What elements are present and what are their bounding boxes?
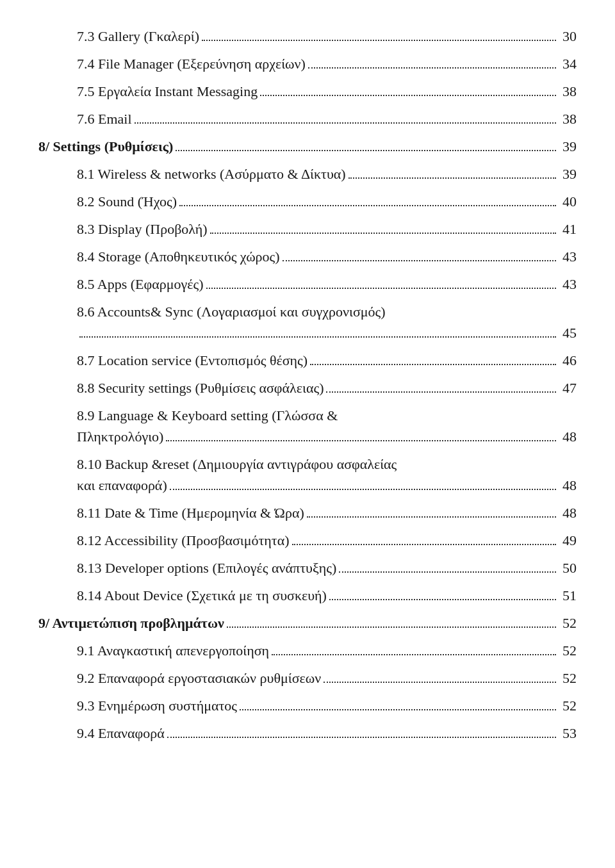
toc-label-7-4: 7.4 File Manager (Εξερεύνηση αρχείων): [77, 53, 306, 74]
toc-label-9-4: 9.4 Επαναφορά: [77, 723, 165, 744]
toc-label-9-3: 9.3 Ενημέρωση συστήματος: [77, 695, 237, 716]
toc-label-8-5: 8.5 Apps (Εφαρμογές): [77, 274, 204, 295]
toc-entry-8-4: 8.4 Storage (Αποθηκευτικός χώρος) 43: [38, 246, 577, 267]
toc-entry-9-3: 9.3 Ενημέρωση συστήματος 52: [38, 695, 577, 716]
toc-page-8-10: 48: [559, 475, 577, 496]
toc-entry-9: 9/ Αντιμετώπιση προβλημάτων 52: [38, 612, 577, 634]
toc-page-8-4: 43: [559, 246, 577, 267]
toc-page-8-14: 51: [559, 585, 577, 606]
toc-label-8-2: 8.2 Sound (Ήχος): [77, 191, 177, 212]
toc-dots-8-2: [179, 205, 556, 206]
toc-label-8-13: 8.13 Developer options (Επιλογές ανάπτυξ…: [77, 557, 336, 578]
toc-label-8-11: 8.11 Date & Time (Ημερομηνία & Ώρα): [77, 502, 304, 523]
toc-dots-8-5: [206, 288, 557, 289]
toc-page-8-12: 49: [559, 530, 577, 551]
toc-dots-8-8: [326, 391, 556, 393]
toc-entry-8-3: 8.3 Display (Προβολή) 41: [38, 218, 577, 240]
toc-entry-8: 8/ Settings (Ρυθμίσεις) 39: [38, 136, 577, 157]
toc-page-8-11: 48: [559, 502, 577, 523]
toc-row-8-9-line2: Πληκτρολόγιο) 48: [77, 426, 577, 447]
toc-page-8-9: 48: [559, 426, 577, 447]
toc-dots-8-9: [166, 440, 556, 441]
toc-dots-7-3: [202, 40, 556, 41]
toc-label-8-7: 8.7 Location service (Εντοπισμός θέσης): [77, 350, 308, 371]
toc-dots-9: [227, 626, 556, 628]
toc-dots-8-3: [210, 233, 556, 234]
toc-label-7-5: 7.5 Εργαλεία Instant Messaging: [77, 81, 258, 102]
toc-entry-9-1: 9.1 Αναγκαστική απενεργοποίηση 52: [38, 640, 577, 661]
toc-page-7-3: 30: [559, 26, 577, 47]
toc-label-8: 8/ Settings (Ρυθμίσεις): [38, 136, 173, 157]
toc-page-9-2: 52: [559, 667, 577, 689]
toc-label-8-3: 8.3 Display (Προβολή): [77, 218, 208, 240]
toc-label-7-6: 7.6 Email: [77, 108, 132, 129]
toc-dots-8-1: [348, 177, 556, 179]
toc-entry-7-3: 7.3 Gallery (Γκαλερί) 30: [38, 26, 577, 47]
toc-dots-7-5: [260, 95, 556, 96]
toc-page-9-4: 53: [559, 723, 577, 744]
toc-entry-9-2: 9.2 Επαναφορά εργοστασιακών ρυθμίσεων 52: [38, 667, 577, 689]
toc-row-8-10-line1: 8.10 Backup &reset (Δημιουργία αντιγράφο…: [77, 454, 577, 475]
toc-entry-8-1: 8.1 Wireless & networks (Ασύρματο & Δίκτ…: [38, 163, 577, 184]
toc-dots-8-10: [170, 489, 556, 490]
toc-label-8-14: 8.14 About Device (Σχετικά με τη συσκευή…: [77, 585, 327, 606]
toc-dots-9-1: [272, 654, 556, 655]
toc-page-8-3: 41: [559, 218, 577, 240]
toc-entry-8-5: 8.5 Apps (Εφαρμογές) 43: [38, 274, 577, 295]
toc-container: 7.3 Gallery (Γκαλερί) 30 7.4 File Manage…: [38, 26, 577, 744]
toc-row-8-10-line2: και επαναφορά) 48: [77, 475, 577, 496]
toc-dots-8-14: [329, 599, 556, 600]
toc-entry-8-6: 8.6 Accounts& Sync (Λογαριασμοί και συγχ…: [38, 301, 577, 343]
toc-dots-8-12: [292, 544, 556, 545]
toc-page-8-13: 50: [559, 557, 577, 578]
toc-label-8-9-line2: Πληκτρολόγιο): [77, 426, 163, 447]
toc-entry-7-4: 7.4 File Manager (Εξερεύνηση αρχείων) 34: [38, 53, 577, 74]
toc-entry-8-10: 8.10 Backup &reset (Δημιουργία αντιγράφο…: [38, 454, 577, 496]
toc-label-7-3: 7.3 Gallery (Γκαλερί): [77, 26, 199, 47]
toc-label-8-1: 8.1 Wireless & networks (Ασύρματο & Δίκτ…: [77, 163, 346, 184]
toc-dots-9-4: [167, 737, 556, 738]
toc-dots-8-11: [307, 516, 556, 518]
toc-label-8-6-line1: 8.6 Accounts& Sync (Λογαριασμοί και συγχ…: [77, 301, 386, 322]
toc-dots-8: [176, 150, 556, 151]
toc-row-8-6-line2: 45: [77, 322, 577, 343]
toc-label-9-2: 9.2 Επαναφορά εργοστασιακών ρυθμίσεων: [77, 667, 321, 689]
toc-page-8-7: 46: [559, 350, 577, 371]
toc-page-8-6: 45: [559, 322, 577, 343]
toc-label-9-1: 9.1 Αναγκαστική απενεργοποίηση: [77, 640, 269, 661]
toc-row-8-9-line1: 8.9 Language & Keyboard setting (Γλώσσα …: [77, 405, 577, 426]
toc-dots-9-3: [240, 709, 556, 710]
toc-label-8-8: 8.8 Security settings (Ρυθμίσεις ασφάλει…: [77, 377, 324, 398]
toc-label-8-12: 8.12 Accessibility (Προσβασιμότητα): [77, 530, 290, 551]
toc-dots-7-4: [308, 67, 556, 69]
toc-entry-9-4: 9.4 Επαναφορά 53: [38, 723, 577, 744]
toc-dots-8-7: [310, 364, 556, 365]
toc-page-7-6: 38: [559, 108, 577, 129]
toc-entry-8-7: 8.7 Location service (Εντοπισμός θέσης) …: [38, 350, 577, 371]
toc-entry-8-12: 8.12 Accessibility (Προσβασιμότητα) 49: [38, 530, 577, 551]
toc-dots-8-6: [79, 336, 556, 338]
toc-entry-7-5: 7.5 Εργαλεία Instant Messaging 38: [38, 81, 577, 102]
toc-page-8-1: 39: [559, 163, 577, 184]
toc-dots-7-6: [135, 122, 556, 124]
toc-entry-7-6: 7.6 Email 38: [38, 108, 577, 129]
toc-dots-8-13: [339, 571, 556, 573]
toc-page-8-8: 47: [559, 377, 577, 398]
toc-label-8-10-line2: και επαναφορά): [77, 475, 167, 496]
toc-entry-8-8: 8.8 Security settings (Ρυθμίσεις ασφάλει…: [38, 377, 577, 398]
toc-label-9: 9/ Αντιμετώπιση προβλημάτων: [38, 612, 224, 634]
toc-entry-8-9: 8.9 Language & Keyboard setting (Γλώσσα …: [38, 405, 577, 447]
toc-page-9: 52: [559, 612, 577, 634]
toc-label-8-9-line1: 8.9 Language & Keyboard setting (Γλώσσα …: [77, 405, 338, 426]
toc-page-8: 39: [559, 136, 577, 157]
toc-page-8-5: 43: [559, 274, 577, 295]
toc-entry-8-13: 8.13 Developer options (Επιλογές ανάπτυξ…: [38, 557, 577, 578]
toc-page-9-1: 52: [559, 640, 577, 661]
toc-row-8-6-line1: 8.6 Accounts& Sync (Λογαριασμοί και συγχ…: [77, 301, 577, 322]
toc-page-7-5: 38: [559, 81, 577, 102]
toc-label-8-4: 8.4 Storage (Αποθηκευτικός χώρος): [77, 246, 280, 267]
toc-page-7-4: 34: [559, 53, 577, 74]
toc-entry-8-14: 8.14 About Device (Σχετικά με τη συσκευή…: [38, 585, 577, 606]
toc-entry-8-2: 8.2 Sound (Ήχος) 40: [38, 191, 577, 212]
toc-page-9-3: 52: [559, 695, 577, 716]
